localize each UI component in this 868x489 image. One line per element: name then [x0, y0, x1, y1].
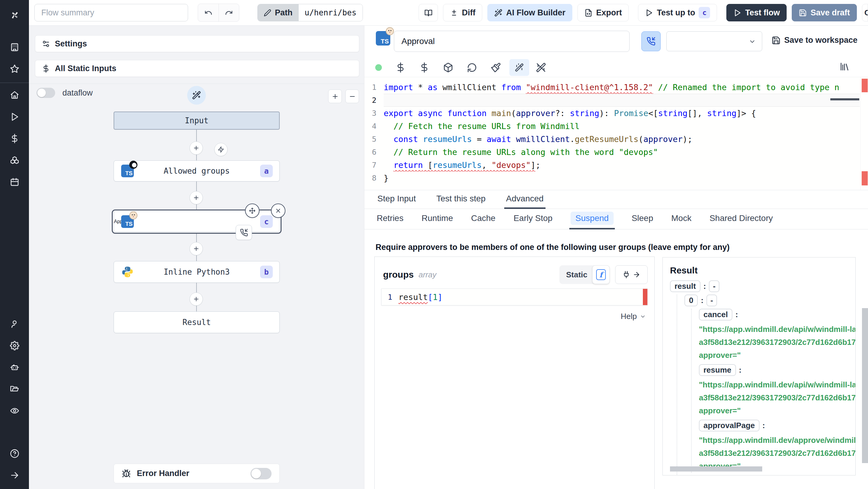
building-icon[interactable] — [0, 36, 29, 58]
resources-boxes-icon[interactable] — [0, 149, 29, 171]
flow-node-inline-python3[interactable]: Inline Python3 b — [114, 261, 280, 283]
flow-node-allowed-groups[interactable]: TS Allowed groups a — [114, 160, 280, 182]
panel-vertical-scrollbar[interactable] — [862, 308, 868, 463]
save-icon — [799, 9, 807, 17]
undo-button[interactable] — [198, 4, 218, 22]
suspend-description: Require approvers to be members of one o… — [375, 243, 730, 252]
tab-early-stop[interactable]: Early Stop — [513, 209, 554, 230]
schedules-calendar-icon[interactable] — [0, 171, 29, 193]
suspend-phone-incoming-badge[interactable] — [236, 225, 252, 240]
error-handler-card[interactable]: Error Handler — [114, 464, 280, 483]
pencil-icon — [264, 9, 271, 17]
expand-arrow-right-icon[interactable] — [0, 464, 29, 486]
folder-open-icon[interactable] — [0, 378, 29, 400]
tab-step-input[interactable]: Step Input — [375, 190, 418, 209]
windmill-logo-icon[interactable] — [0, 4, 29, 26]
groups-expression-editor[interactable]: 1 result[1] — [381, 288, 648, 305]
collapse-button[interactable]: - — [707, 295, 717, 306]
variable-dollar-button[interactable] — [396, 62, 406, 73]
result-key-pill[interactable]: approvalPage — [699, 420, 760, 431]
insert-step-button[interactable] — [190, 191, 203, 205]
deploy-button-cutoff[interactable]: C — [862, 4, 868, 22]
save-draft-button[interactable]: Save draft — [792, 4, 857, 22]
result-key-pill[interactable]: 0 — [684, 295, 698, 306]
code-line[interactable]: 2 — [364, 94, 860, 107]
code-line[interactable]: 4 // Fetch the resume URLs from Windmill — [364, 120, 860, 133]
tab-sleep[interactable]: Sleep — [630, 209, 655, 230]
resource-dollar-button[interactable] — [419, 62, 430, 73]
suspend-phone-toggle-button[interactable] — [641, 31, 661, 51]
zoom-out-button[interactable] — [345, 90, 359, 103]
step-title-input[interactable] — [394, 31, 629, 52]
dataflow-toggle[interactable] — [36, 88, 55, 98]
eye-icon[interactable] — [0, 400, 29, 422]
ai-wand-button[interactable] — [187, 86, 206, 104]
tab-mock[interactable]: Mock — [670, 209, 692, 230]
flow-node-result[interactable]: Result — [114, 311, 280, 333]
editor-scrollbar-handle[interactable] — [830, 98, 859, 100]
code-line[interactable]: 5 const resumeUrls = await wmillClient.g… — [364, 133, 860, 146]
ai-off-button[interactable] — [536, 62, 546, 73]
ai-flow-builder-button[interactable]: AI Flow Builder — [487, 4, 572, 22]
user-icon[interactable] — [0, 313, 29, 335]
error-handler-toggle[interactable] — [250, 468, 272, 479]
result-key-pill[interactable]: cancel — [699, 309, 733, 320]
variables-dollar-icon[interactable] — [0, 127, 29, 149]
runs-play-icon[interactable] — [0, 106, 29, 127]
diff-button[interactable]: Diff — [443, 4, 482, 22]
move-step-button[interactable] — [245, 204, 259, 218]
format-brush-button[interactable] — [491, 62, 501, 73]
result-horizontal-scrollbar[interactable] — [670, 466, 762, 471]
javascript-expression-toggle[interactable]: f — [592, 265, 610, 284]
help-circle-icon[interactable] — [0, 442, 29, 464]
help-dropdown[interactable]: Help — [621, 312, 646, 321]
star-icon[interactable] — [0, 58, 29, 80]
docs-book-button[interactable] — [418, 4, 438, 22]
tab-retries[interactable]: Retries — [375, 209, 405, 230]
redo-button[interactable] — [218, 4, 239, 22]
insert-step-button[interactable] — [190, 242, 203, 255]
code-line[interactable]: 7 return [resumeUrls, "devops"]; — [364, 159, 860, 172]
flow-node-input-label: Input — [114, 116, 279, 125]
library-icon[interactable] — [839, 61, 849, 72]
code-line[interactable]: 3export async function main(approver?: s… — [364, 107, 860, 120]
tab-runtime[interactable]: Runtime — [421, 209, 454, 230]
ai-assistant-button-active[interactable] — [509, 59, 529, 76]
result-key-pill[interactable]: result — [670, 280, 701, 292]
script-version-select[interactable] — [666, 31, 762, 51]
code-line[interactable]: 6 // Return the resume URLs along with t… — [364, 146, 860, 159]
delete-step-button[interactable] — [271, 204, 285, 218]
home-icon[interactable] — [0, 84, 29, 106]
export-button[interactable]: Export — [578, 4, 629, 22]
gear-icon[interactable] — [0, 335, 29, 356]
flow-settings-button[interactable]: Settings — [35, 35, 359, 52]
result-key-pill[interactable]: resume — [699, 364, 736, 376]
result-key-pill[interactable]: 1 — [684, 475, 698, 476]
path-edit-segment[interactable]: Path — [258, 4, 299, 21]
flow-summary-input[interactable] — [34, 4, 188, 22]
test-flow-button[interactable]: Test flow — [726, 4, 786, 22]
collapse-button[interactable]: - — [709, 280, 719, 292]
tab-test-this-step[interactable]: Test this step — [435, 190, 487, 209]
save-to-workspace-button[interactable]: Save to workspace — [772, 36, 858, 45]
insert-step-button[interactable] — [190, 293, 203, 306]
editor-overview-ruler[interactable] — [861, 77, 868, 190]
reload-button[interactable] — [467, 62, 477, 73]
package-button[interactable] — [443, 62, 453, 73]
code-line[interactable]: 8} — [364, 172, 860, 184]
tab-cache[interactable]: Cache — [470, 209, 497, 230]
connect-input-button[interactable] — [615, 265, 648, 284]
tab-shared-directory[interactable]: Shared Directory — [708, 209, 774, 230]
flow-node-input[interactable]: Input — [114, 112, 280, 130]
test-up-to-button[interactable]: Test up to c — [638, 4, 717, 22]
path-button[interactable]: Path u/henri/bes — [257, 4, 363, 22]
code-line[interactable]: 1import * as wmillClient from "windmill-… — [364, 81, 860, 94]
code-editor[interactable]: 1import * as wmillClient from "windmill-… — [364, 77, 868, 190]
trigger-zap-button[interactable] — [214, 143, 227, 156]
all-static-inputs-button[interactable]: All Static Inputs — [35, 60, 359, 77]
zoom-in-button[interactable] — [328, 90, 342, 103]
tab-suspend[interactable]: Suspend — [569, 209, 615, 230]
insert-step-button[interactable] — [190, 142, 203, 155]
tab-advanced[interactable]: Advanced — [504, 190, 546, 209]
workers-robot-icon[interactable] — [0, 356, 29, 378]
